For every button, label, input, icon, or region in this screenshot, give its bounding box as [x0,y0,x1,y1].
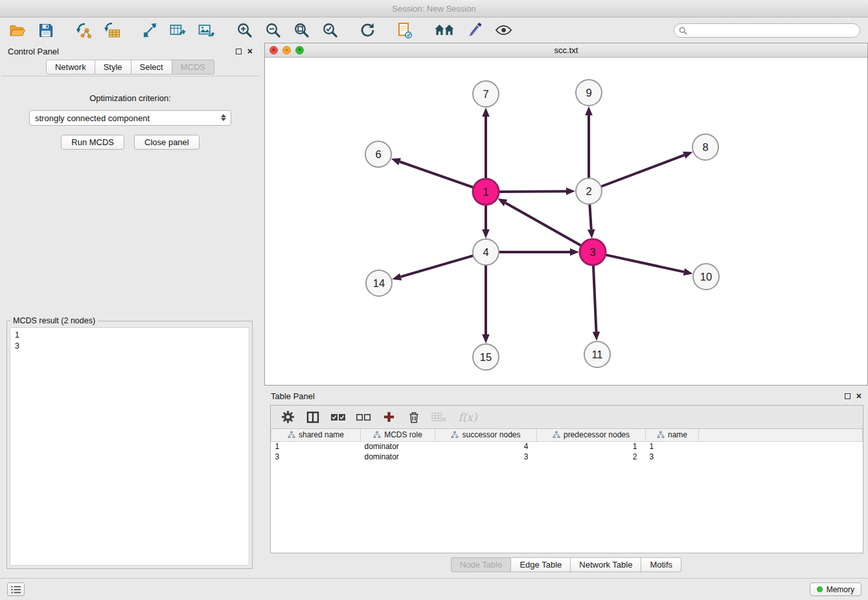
table-cell: 2 [537,452,646,462]
graph-node-label: 2 [586,185,591,197]
clone-network-button[interactable] [395,21,415,40]
minimize-window-icon[interactable]: − [282,46,291,54]
result-item[interactable]: 1 [15,330,244,341]
table-panel-header: Table Panel × [264,388,868,404]
column-header-name[interactable]: name [646,429,699,441]
optimization-criterion-label: Optimization criterion: [1,93,259,103]
first-neighbors-button[interactable] [433,21,456,40]
export-table-button[interactable] [168,21,188,40]
control-panel-header: Control Panel × [1,43,259,60]
control-panel-tabbar: NetworkStyleSelectMCDS [1,60,259,76]
zoom-out-button[interactable] [263,21,282,40]
export-image-icon [198,23,215,38]
toolbar-search [674,23,860,38]
table-row[interactable]: 1dominator411 [271,441,863,452]
network-view-window: × − + scc.txt 7968124314101511 [264,43,868,386]
table-cell: 1 [537,441,646,452]
app-window: Session: New Session [0,0,868,600]
annotation-button[interactable] [465,21,485,40]
float-table-panel-icon[interactable] [845,393,851,399]
graph-node-label: 15 [480,351,492,363]
optimization-criterion-value: strongly connected component [35,113,150,123]
column-header-shared-name[interactable]: shared name [271,429,361,441]
graph-edge-1-2[interactable] [497,191,566,192]
close-window-icon[interactable]: × [269,46,278,54]
delete-table-button[interactable] [431,410,447,425]
import-table-button[interactable] [102,21,122,40]
search-input[interactable] [674,23,860,38]
view-group [433,21,513,40]
zoom-out-icon [265,22,281,38]
show-hide-button[interactable] [494,21,513,40]
tab-mcds[interactable]: MCDS [172,60,214,75]
deselect-all-button[interactable] [356,410,371,425]
float-panel-icon[interactable] [236,49,242,54]
gear-icon [281,410,295,424]
network-window-title: scc.txt [554,45,578,55]
graph-edge-arrowhead [588,229,595,238]
memory-button[interactable]: Memory [810,583,862,596]
graph-edge-1-6[interactable] [400,162,475,189]
delete-table-icon [431,411,447,422]
tab-edge-table[interactable]: Edge Table [511,557,571,572]
graph-edge-2-3[interactable] [589,202,591,229]
column-header-mcds-role[interactable]: MCDS role [361,429,435,441]
optimization-criterion-select[interactable]: strongly connected component [29,110,231,126]
table-row[interactable]: 3dominator323 [271,452,863,462]
graph-edge-2-8[interactable] [599,155,684,187]
delete-column-button[interactable] [406,410,422,425]
table-settings-button[interactable] [280,410,295,425]
tab-select[interactable]: Select [131,60,172,75]
result-item[interactable]: 3 [15,341,244,352]
graph-node-label: 4 [483,246,488,258]
column-header-label: name [668,430,687,439]
session-group [8,21,56,40]
column-sort-icon [288,431,295,439]
zoom-fit-button[interactable] [291,21,311,40]
import-network-button[interactable] [74,21,93,40]
table-cell: dominator [361,452,435,462]
open-session-button[interactable] [8,21,27,40]
network-canvas-container[interactable]: 7968124314101511 [265,58,867,385]
zoom-fit-icon [293,22,310,38]
close-panel-icon[interactable]: × [247,48,253,54]
import-group [74,21,122,40]
run-mcds-button[interactable]: Run MCDS [61,135,124,150]
two-houses-icon [434,23,455,38]
graph-edge-arrowhead [593,332,600,341]
close-panel-button[interactable]: Close panel [134,135,200,150]
zoom-in-button[interactable] [234,21,254,40]
graph-edge-3-10[interactable] [604,255,684,272]
column-header-successor-nodes[interactable]: successor nodes [435,429,537,441]
select-stepper-icon [219,113,227,122]
zoom-selected-button[interactable] [320,21,339,40]
window-titlebar: Session: New Session [0,0,868,17]
close-table-panel-icon[interactable]: × [856,393,862,399]
apply-layout-button[interactable] [358,21,377,40]
import-table-icon [104,22,120,39]
new-network-button[interactable] [140,21,159,40]
show-columns-button[interactable] [305,410,321,425]
mcds-result-list[interactable]: 13 [10,327,249,566]
select-all-button[interactable] [330,410,346,425]
task-history-button[interactable] [7,583,25,596]
table-cell: 3 [646,452,699,462]
trash-icon [408,411,420,424]
graph-edge-4-14[interactable] [401,255,475,277]
save-session-button[interactable] [36,21,56,40]
create-column-button[interactable] [381,410,396,425]
tab-network-table[interactable]: Network Table [571,557,641,572]
export-image-button[interactable] [197,21,216,40]
graph-edge-3-11[interactable] [593,263,597,332]
graph-edge-3-1[interactable] [506,203,584,247]
function-builder-button[interactable]: f(x) [457,410,479,425]
tab-network[interactable]: Network [46,60,95,75]
tab-node-table[interactable]: Node Table [451,557,512,572]
column-header-predecessor-nodes[interactable]: predecessor nodes [537,429,646,441]
zoom-window-icon[interactable]: + [295,46,304,54]
graph-edge-arrowhead [392,273,402,281]
tab-motifs[interactable]: Motifs [641,557,681,572]
tab-style[interactable]: Style [95,60,131,75]
graph-node-label: 9 [586,87,591,98]
network-canvas: 7968124314101511 [265,58,867,385]
